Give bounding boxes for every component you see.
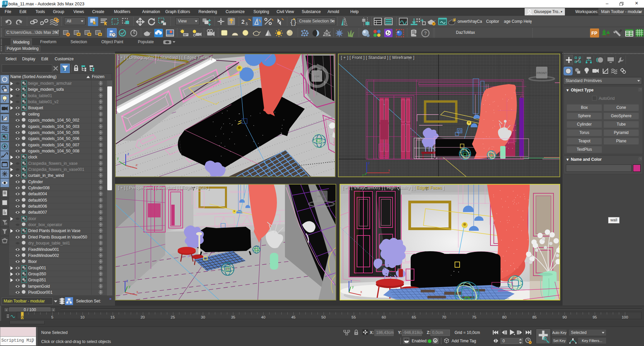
svg-text:y: y: [352, 285, 354, 289]
svg-text:y: y: [117, 156, 119, 160]
svg-text:z: z: [127, 152, 129, 156]
svg-text:y: y: [129, 285, 130, 288]
svg-text:x: x: [136, 163, 137, 167]
svg-text:FRONT: FRONT: [537, 71, 547, 75]
svg-text:z: z: [368, 161, 370, 165]
svg-text:FRONT: FRONT: [317, 195, 327, 198]
svg-text:FP: FP: [591, 30, 597, 36]
svg-text:?: ?: [424, 30, 427, 36]
svg-text:z: z: [350, 279, 352, 283]
svg-text:TOP: TOP: [314, 75, 320, 78]
svg-text:2: 2: [241, 19, 244, 25]
svg-text:y: y: [362, 173, 364, 177]
svg-text:z: z: [126, 279, 128, 283]
svg-text:x: x: [388, 168, 390, 172]
svg-text:x: x: [136, 290, 138, 294]
svg-text:3: 3: [4, 1, 6, 5]
svg-text:.5: .5: [245, 22, 248, 26]
svg-text:MAX: MAX: [2, 6, 6, 7]
svg-text:x: x: [360, 290, 362, 294]
